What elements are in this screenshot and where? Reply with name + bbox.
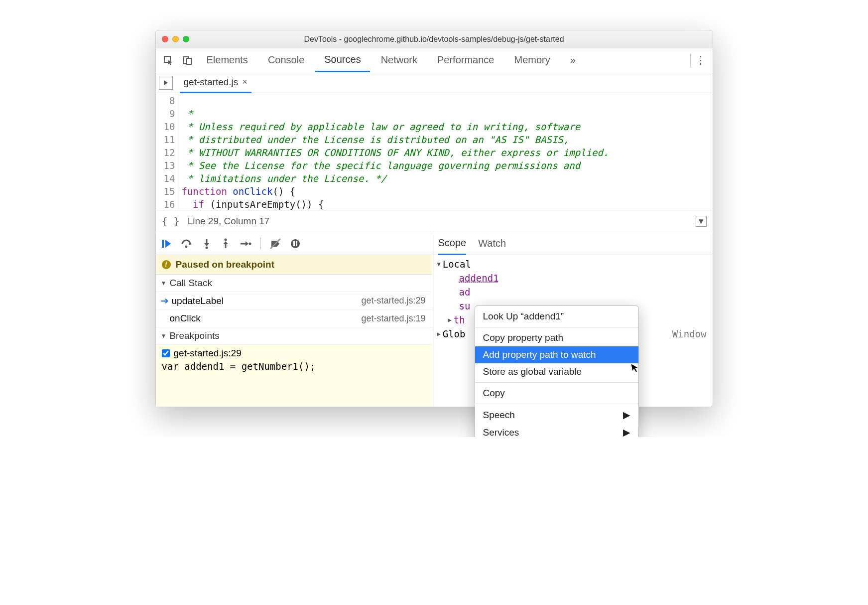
svg-rect-2 bbox=[187, 58, 191, 64]
device-toolbar-icon[interactable] bbox=[179, 52, 196, 69]
breakpoints-header[interactable]: ▼ Breakpoints bbox=[156, 327, 432, 345]
menu-store-global[interactable]: Store as global variable bbox=[475, 363, 638, 380]
inspect-element-icon[interactable] bbox=[160, 52, 177, 69]
svg-rect-12 bbox=[296, 241, 297, 246]
editor-statusbar: { } Line 29, Column 17 ▾ bbox=[156, 210, 713, 232]
svg-rect-11 bbox=[293, 241, 295, 246]
step-over-icon[interactable] bbox=[181, 238, 193, 249]
tab-scope[interactable]: Scope bbox=[438, 233, 467, 255]
tab-elements[interactable]: Elements bbox=[198, 48, 257, 72]
callstack-frame[interactable]: onClick get-started.js:19 bbox=[156, 310, 432, 327]
deactivate-breakpoints-icon[interactable] bbox=[270, 238, 281, 249]
svg-point-4 bbox=[185, 245, 187, 248]
code-body: * * Unless required by applicable law or… bbox=[179, 93, 609, 210]
menu-speech[interactable]: Speech▶ bbox=[475, 406, 638, 424]
scope-prop[interactable]: ad bbox=[437, 285, 708, 299]
menu-lookup[interactable]: Look Up “addend1” bbox=[475, 308, 638, 325]
line-gutter: 8 9 10 11 12 13 14 15 16 bbox=[156, 93, 180, 210]
tab-sources[interactable]: Sources bbox=[315, 49, 370, 72]
pretty-print-icon[interactable]: { } bbox=[162, 215, 180, 227]
tabs-overflow[interactable]: » bbox=[561, 48, 585, 72]
close-file-icon[interactable]: × bbox=[242, 77, 248, 87]
tab-network[interactable]: Network bbox=[372, 48, 426, 72]
code-editor[interactable]: 8 9 10 11 12 13 14 15 16 * * Unless requ… bbox=[156, 93, 713, 210]
disclosure-triangle-icon: ▼ bbox=[437, 257, 441, 271]
file-tab-row: get-started.js × bbox=[156, 72, 713, 93]
settings-kebab-icon[interactable]: ⋮ bbox=[693, 54, 709, 67]
show-navigator-icon[interactable] bbox=[159, 76, 173, 90]
paused-banner: i Paused on breakpoint bbox=[156, 255, 432, 275]
disclosure-triangle-icon: ▶ bbox=[437, 327, 441, 341]
tab-watch[interactable]: Watch bbox=[478, 232, 506, 255]
debugger-left-pane: i Paused on breakpoint ▼ Call Stack ➔ up… bbox=[156, 232, 432, 407]
svg-rect-3 bbox=[162, 240, 164, 248]
callstack-frame-current[interactable]: ➔ updateLabel get-started.js:29 bbox=[156, 292, 432, 310]
right-tab-strip: Scope Watch bbox=[432, 232, 713, 255]
step-into-icon[interactable] bbox=[202, 238, 212, 249]
current-frame-arrow-icon: ➔ bbox=[161, 295, 169, 306]
menu-services[interactable]: Services▶ bbox=[475, 424, 638, 437]
cursor-position: Line 29, Column 17 bbox=[188, 216, 270, 227]
submenu-arrow-icon: ▶ bbox=[623, 409, 630, 421]
devtools-window: DevTools - googlechrome.github.io/devtoo… bbox=[155, 30, 713, 407]
submenu-arrow-icon: ▶ bbox=[623, 427, 630, 437]
menu-copy-property-path[interactable]: Copy property path bbox=[475, 329, 638, 346]
disclosure-triangle-icon: ▶ bbox=[448, 313, 452, 327]
menu-add-property-to-watch[interactable]: Add property path to watch bbox=[475, 346, 638, 363]
step-out-icon[interactable] bbox=[221, 238, 231, 249]
context-menu: Look Up “addend1” Copy property path Add… bbox=[475, 305, 639, 437]
info-icon: i bbox=[162, 260, 171, 269]
debugger-toolbar bbox=[156, 232, 432, 255]
svg-point-6 bbox=[224, 238, 227, 241]
disclosure-triangle-icon: ▼ bbox=[161, 280, 167, 287]
tab-performance[interactable]: Performance bbox=[428, 48, 503, 72]
svg-point-10 bbox=[291, 239, 300, 248]
tab-console[interactable]: Console bbox=[259, 48, 313, 72]
window-title: DevTools - googlechrome.github.io/devtoo… bbox=[156, 35, 713, 44]
callstack-header[interactable]: ▼ Call Stack bbox=[156, 275, 432, 292]
step-icon[interactable] bbox=[240, 238, 251, 249]
paused-text: Paused on breakpoint bbox=[176, 259, 274, 270]
tab-memory[interactable]: Memory bbox=[505, 48, 559, 72]
main-tab-strip: Elements Console Sources Network Perform… bbox=[156, 48, 713, 72]
svg-point-7 bbox=[248, 242, 251, 245]
breakpoint-checkbox[interactable] bbox=[162, 349, 170, 357]
file-tab-label: get-started.js bbox=[184, 77, 239, 88]
coverage-dropdown-icon[interactable]: ▾ bbox=[696, 216, 707, 227]
disclosure-triangle-icon: ▼ bbox=[161, 332, 167, 339]
breakpoint-item[interactable]: get-started.js:29 var addend1 = getNumbe… bbox=[156, 345, 432, 407]
window-titlebar: DevTools - googlechrome.github.io/devtoo… bbox=[156, 30, 713, 48]
menu-copy[interactable]: Copy bbox=[475, 385, 638, 402]
pause-exceptions-icon[interactable] bbox=[290, 238, 301, 249]
scope-prop-addend1[interactable]: addend1 bbox=[437, 271, 708, 285]
breakpoint-preview: var addend1 = getNumber1(); bbox=[162, 361, 426, 372]
resume-icon[interactable] bbox=[161, 238, 172, 249]
svg-point-5 bbox=[205, 246, 208, 249]
scope-local[interactable]: ▼ Local bbox=[437, 257, 708, 271]
file-tab-get-started[interactable]: get-started.js × bbox=[180, 73, 251, 93]
